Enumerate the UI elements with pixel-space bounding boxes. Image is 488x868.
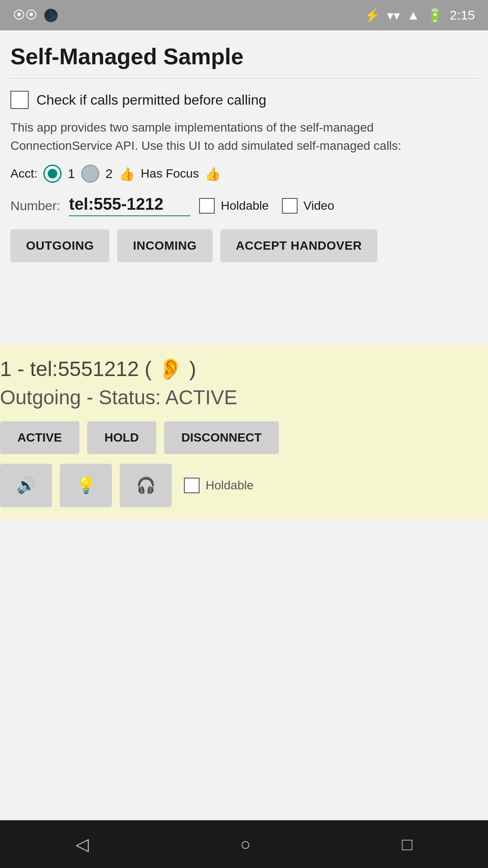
call-holdable-checkbox[interactable]: [184, 478, 200, 493]
acct1-num: 1: [68, 166, 75, 181]
thumbs-up-icon: 👍: [119, 166, 135, 182]
bulb-button[interactable]: 💡: [60, 464, 112, 507]
call-holdable-row: Holdable: [184, 478, 254, 493]
spacer: [0, 519, 488, 821]
description-text: This app provides two sample implementat…: [10, 119, 478, 155]
action-buttons: OUTGOING INCOMING ACCEPT HANDOVER: [10, 229, 478, 262]
holdable-label: Holdable: [221, 199, 269, 213]
clock: 2:15: [450, 8, 475, 23]
speaker-icon: 🔊: [16, 476, 36, 495]
incoming-button[interactable]: INCOMING: [117, 229, 212, 262]
outgoing-button[interactable]: OUTGOING: [10, 229, 109, 262]
number-row: Number: Holdable Video: [10, 195, 478, 216]
status-bar-right: ⚡ ▾▾ ▲ 🔋 2:15: [364, 8, 475, 23]
video-label: Video: [304, 199, 334, 213]
acct1-radio[interactable]: [43, 165, 62, 183]
main-content: Self-Managed Sample Check if calls permi…: [0, 30, 488, 345]
disconnect-button[interactable]: DISCONNECT: [164, 421, 279, 454]
check-permissions-row[interactable]: Check if calls permitted before calling: [10, 91, 478, 109]
signal-icon: ▲: [407, 8, 420, 23]
headphones-button[interactable]: 🎧: [120, 464, 172, 507]
number-input[interactable]: [69, 195, 190, 216]
video-checkbox[interactable]: [282, 198, 298, 214]
acct2-radio[interactable]: [81, 165, 99, 183]
holdable-row: Holdable Video: [199, 198, 334, 214]
thumbs-up2-icon: 👍: [205, 166, 221, 182]
check-permissions-checkbox[interactable]: [10, 91, 29, 109]
acct-label: Acct:: [10, 167, 37, 181]
acct-row: Acct: 1 2 👍 Has Focus 👍: [10, 165, 478, 183]
has-focus-label: Has Focus: [141, 167, 199, 181]
hold-button[interactable]: HOLD: [87, 421, 156, 454]
recent-button[interactable]: □: [402, 835, 413, 854]
call-holdable-label: Holdable: [206, 479, 254, 492]
check-permissions-label: Check if calls permitted before calling: [36, 92, 266, 108]
home-button[interactable]: ○: [240, 835, 251, 854]
call-icon-buttons: 🔊 💡 🎧 Holdable: [0, 464, 488, 507]
call-title: 1 - tel:5551212 ( 👂 ): [0, 357, 488, 381]
active-button[interactable]: ACTIVE: [0, 421, 79, 454]
call-area: 1 - tel:5551212 ( 👂 ) Outgoing - Status:…: [0, 345, 488, 519]
battery-icon: 🔋: [427, 8, 443, 23]
wifi-icon: ▾▾: [387, 8, 400, 23]
sync-icon: 🌑: [43, 8, 59, 23]
voicemail-icon: ⦿⦿: [13, 8, 37, 22]
nav-bar: ◁ ○ □: [0, 820, 488, 868]
number-label: Number:: [10, 198, 60, 213]
status-bar: ⦿⦿ 🌑 ⚡ ▾▾ ▲ 🔋 2:15: [0, 0, 488, 30]
call-control-buttons: ACTIVE HOLD DISCONNECT: [0, 421, 488, 454]
bluetooth-icon: ⚡: [364, 8, 380, 23]
headphones-icon: 🎧: [136, 476, 156, 495]
accept-handover-button[interactable]: ACCEPT HANDOVER: [220, 229, 378, 262]
bulb-icon: 💡: [76, 476, 96, 495]
app-title: Self-Managed Sample: [10, 43, 478, 79]
holdable-checkbox[interactable]: [199, 198, 215, 214]
acct1-radio-inner: [48, 169, 57, 178]
back-button[interactable]: ◁: [75, 834, 89, 854]
acct2-num: 2: [105, 166, 113, 181]
speaker-button[interactable]: 🔊: [0, 464, 52, 507]
call-status: Outgoing - Status: ACTIVE: [0, 386, 488, 409]
status-bar-left: ⦿⦿ 🌑: [13, 8, 59, 23]
